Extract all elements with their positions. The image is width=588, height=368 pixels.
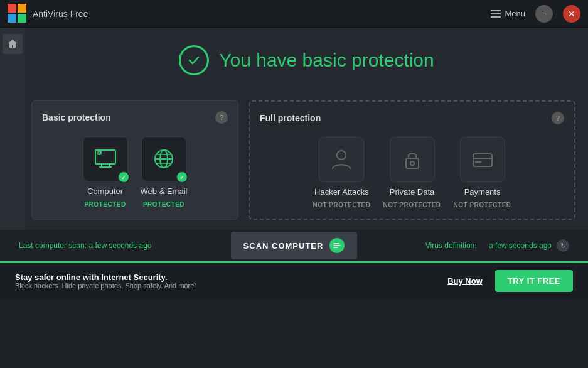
menu-button[interactable]: Menu [491,9,525,18]
full-panel-header: Full protection ? [260,112,564,124]
scan-computer-button[interactable]: SCAN COMPUTER [231,232,358,259]
last-scan-info: Last computer scan: a few seconds ago [19,241,218,250]
payments-label: Payments [464,187,501,197]
promo-text: Stay safer online with Internet Security… [15,273,435,290]
svg-rect-2 [8,14,16,23]
virus-def-time: a few seconds ago [489,241,552,250]
hacker-attacks-item[interactable]: Hacker Attacks NOT PROTECTED [313,137,370,208]
scan-icon [329,238,345,253]
payments-icon-wrap [460,137,505,182]
virus-def-label: Virus definition: [425,241,477,250]
web-icon [151,146,176,171]
hacker-icon [329,147,354,172]
title-bar: AntiVirus Free Menu − ✕ [0,0,588,28]
computer-protection-item[interactable]: ✓ Computer PROTECTED [83,136,128,208]
web-email-label: Web & Email [141,187,188,196]
promo-bar: Stay safer online with Internet Security… [0,261,588,299]
panels-row: Basic protection ? [25,90,588,230]
home-button[interactable] [3,34,23,54]
full-panel-title: Full protection [260,113,321,123]
web-email-status: PROTECTED [143,201,184,208]
computer-icon-wrap: ✓ [83,136,128,181]
svg-point-16 [410,161,414,165]
title-controls: Menu − ✕ [491,5,580,23]
computer-check-badge: ✓ [117,171,130,183]
last-scan-label: Last computer scan: [19,241,87,250]
refresh-button[interactable]: ↻ [557,239,569,252]
hacker-icon-wrap [319,137,364,182]
private-data-label: Private Data [390,187,435,197]
basic-panel-header: Basic protection ? [42,111,228,124]
svg-rect-1 [18,4,26,13]
svg-rect-0 [8,4,16,13]
payments-status: NOT PROTECTED [454,202,511,208]
full-items-row: Hacker Attacks NOT PROTECTED Private [260,137,564,208]
app-title: AntiVirus Free [33,9,88,19]
private-data-status: NOT PROTECTED [383,202,441,208]
hacker-label: Hacker Attacks [314,187,369,197]
private-data-item[interactable]: Private Data NOT PROTECTED [383,137,441,208]
full-panel-help[interactable]: ? [552,112,564,124]
close-button[interactable]: ✕ [563,5,580,23]
basic-items-row: ✓ Computer PROTECTED [42,136,228,208]
menu-label: Menu [505,9,525,18]
left-sidebar [0,28,25,230]
computer-icon [93,146,118,171]
hamburger-icon [491,10,501,18]
search-lines-icon [333,241,341,250]
computer-status: PROTECTED [84,201,126,208]
web-check-badge: ✓ [176,171,188,183]
svg-rect-17 [473,154,492,166]
checkmark-icon [187,53,201,67]
promo-subtext: Block hackers. Hide private photos. Shop… [15,282,435,290]
svg-rect-4 [95,150,115,164]
scan-bar: Last computer scan: a few seconds ago SC… [0,230,588,261]
home-icon [8,39,18,49]
hero-section: You have basic protection [25,28,588,90]
payment-icon [470,147,495,172]
content-area: You have basic protection Basic protecti… [0,28,588,230]
hero-title: You have basic protection [219,50,434,71]
payments-item[interactable]: Payments NOT PROTECTED [454,137,511,208]
basic-protection-panel: Basic protection ? [31,100,238,220]
logo-area: AntiVirus Free [8,4,88,24]
promo-headline: Stay safer online with Internet Security… [15,273,435,282]
last-scan-time: a few seconds ago [88,241,151,250]
scan-button-label: SCAN COMPUTER [243,241,324,251]
main-panels-container: You have basic protection Basic protecti… [25,28,588,230]
computer-label: Computer [87,187,123,196]
minimize-button[interactable]: − [535,5,553,23]
basic-panel-help[interactable]: ? [215,111,228,124]
svg-rect-15 [406,158,419,168]
private-data-icon-wrap [390,137,435,182]
lock-icon [400,147,425,172]
buy-now-button[interactable]: Buy Now [447,276,483,286]
svg-point-14 [337,151,346,160]
hero-check-circle [179,45,209,75]
avg-logo [8,4,28,24]
web-email-protection-item[interactable]: ✓ Web & Email PROTECTED [141,136,188,208]
full-protection-panel: Full protection ? Hacker Attacks NOT [249,100,575,220]
hacker-status: NOT PROTECTED [313,202,370,208]
svg-rect-3 [18,14,26,23]
basic-panel-title: Basic protection [42,112,111,122]
try-free-button[interactable]: TRY IT FREE [495,270,573,292]
virus-def-info: Virus definition: a few seconds ago ↻ [370,239,569,252]
web-email-icon-wrap: ✓ [141,136,186,181]
